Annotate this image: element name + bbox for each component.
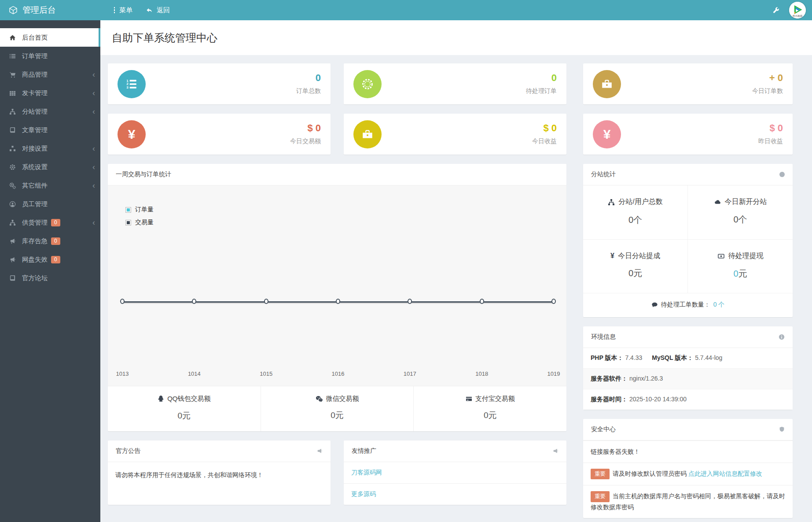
content-body: 123 0 订单总数 0 待处理订单 [100,55,812,518]
sidebar-item-orders[interactable]: 订单管理 [0,47,100,65]
left-column: 123 0 订单总数 0 待处理订单 [108,63,566,518]
sidebar-item-components[interactable]: 其它组件 ‹ [0,176,100,195]
legend-item-orders[interactable]: 订单量 [125,206,154,214]
chart-marker[interactable] [336,299,340,304]
security-config-link[interactable]: 点此进入网站信息配置修改 [688,470,762,477]
environment-rows: PHP 版本：7.4.33 MySQL 版本：5.7.44-log 服务器软件：… [583,348,793,410]
chart-marker[interactable] [264,299,268,304]
substation-cell-total: 分站/用户总数 0个 [583,185,688,240]
topnav: 菜单 返回 [107,0,176,20]
friend-promo-panel: 友情推广 刀客源码网 更多源码 [344,441,566,505]
comment-icon [651,302,658,308]
wallet-label: QQ钱包交易额 [167,395,210,403]
env-row-server-software: 服务器软件：nginx/1.26.3 [583,369,793,389]
security-alert-text: 链接服务器失败！ [591,448,640,455]
sidebar-item-staff[interactable]: 员工管理 [0,195,100,213]
environment-title: 环境信息 [591,333,616,341]
sidebar-item-label: 供货管理 [22,218,48,227]
sidebar-item-label: 员工管理 [22,200,48,208]
sidebar-item-disk-invalid[interactable]: 网盘失效 0 [0,250,100,269]
legend-label: 订单量 [135,206,154,214]
substation-cell-new-today: 今日新开分站 0个 [688,185,793,240]
page-title: 自助下单系统管理中心 [112,31,217,45]
chart-marker[interactable] [551,299,556,304]
promo-link-daoke[interactable]: 刀客源码网 [351,469,382,476]
certificate-icon [353,70,382,98]
wallet-value: 0元 [414,410,566,421]
wallet-value: 0元 [261,410,414,421]
chart-marker[interactable] [192,299,196,304]
sidebar-item-cards[interactable]: 发卡管理 ‹ [0,84,100,102]
stat-label: 今日订单数 [752,87,783,95]
brand-logo[interactable]: 管理后台 [0,0,100,20]
important-badge: 重要 [591,491,610,502]
chart-x-axis-labels: 1013 1014 1015 1016 1017 1018 1019 [122,370,554,377]
menu-toggle-button[interactable]: 菜单 [107,0,139,20]
environment-panel: 环境信息 PHP 版本：7.4.33 MySQL 版本：5.7.44-log 服… [583,326,793,410]
info-icon [779,334,785,340]
book-icon [9,275,16,281]
substation-cell-label: 今日分站提成 [618,252,660,261]
sidebar-item-products[interactable]: 商品管理 ‹ [0,65,100,84]
cube-icon [9,6,18,15]
notice-title: 官方公告 [116,447,140,455]
stat-row-2: ¥ $ 0 今日交易额 $ 0 今日收益 [108,114,566,155]
sidebar-item-articles[interactable]: 文章管理 [0,121,100,139]
substation-cell-value: 0元 [688,268,793,280]
circle-icon [779,172,785,177]
chart-marker[interactable] [120,299,125,304]
wrench-icon[interactable] [772,7,779,14]
legend-item-trades[interactable]: 交易量 [125,218,154,226]
substation-cell-label: 待处理提现 [728,252,764,261]
user-avatar[interactable]: 腾讯视频 [789,2,806,19]
reply-arrow-icon [146,7,153,14]
env-key: PHP 版本： [591,354,623,361]
stat-card-orders-total: 123 0 订单总数 [108,63,331,104]
substation-title: 分站统计 [591,170,616,178]
chevron-left-icon: ‹ [92,144,95,152]
substation-cell-value: 0个 [583,214,687,226]
sitemap-icon [9,108,16,115]
yen-icon: ¥ [118,120,146,148]
bullhorn-icon [9,256,16,263]
env-row-php-mysql: PHP 版本：7.4.33 MySQL 版本：5.7.44-log [583,348,793,369]
back-button[interactable]: 返回 [139,0,176,20]
sidebar-item-forum[interactable]: 官方论坛 [0,269,100,287]
substation-cell-label: 今日新开分站 [725,197,767,207]
stat-value: + 0 [752,73,783,83]
sidebar-item-home[interactable]: 后台首页 [0,28,100,47]
substation-cell-commission: ¥ 今日分站提成 0元 [583,240,688,293]
sidebar-item-label: 系统设置 [22,163,48,171]
env-value: 7.4.33 [625,354,642,361]
bullhorn-icon [9,238,16,244]
chevron-left-icon: ‹ [92,181,95,189]
security-password-row: 重要请及时修改默认管理员密码 点此进入网站信息配置修改 [583,463,793,485]
env-key: 服务器软件： [591,375,628,382]
stat-card-pending-orders: 0 待处理订单 [344,63,566,104]
stat-label: 今日交易额 [290,137,321,145]
env-value: 2025-10-20 14:39:00 [629,396,687,403]
wechat-wallet-cell: 微信交易额 0元 [261,386,414,431]
chart-marker[interactable] [408,299,412,304]
sidebar-item-settings[interactable]: 系统设置 ‹ [0,158,100,176]
security-db-text: 当前主机的数据库用户名与密码相同，极易被黑客破解，请及时修改数据库密码 [591,492,785,511]
sidebar-item-stock-alert[interactable]: 库存告急 0 [0,232,100,250]
stat-label: 待处理订单 [526,87,557,95]
promo-link-more[interactable]: 更多源码 [351,490,376,497]
qq-icon [158,395,164,403]
sidebar-item-label: 订单管理 [22,52,48,60]
sidebar-item-substations[interactable]: 分站管理 ‹ [0,102,100,121]
count-badge: 0 [51,237,60,245]
sidebar-item-label: 其它组件 [22,181,48,190]
sidebar-item-suppliers[interactable]: 供货管理 0 ‹ [0,213,100,232]
sidebar-item-label: 后台首页 [22,33,48,42]
count-badge: 0 [51,256,60,263]
stat-row-1: 123 0 订单总数 0 待处理订单 [108,63,566,104]
legend-swatch [125,207,131,213]
sidebar-item-integration[interactable]: 对接设置 ‹ [0,139,100,158]
official-notice-panel: 官方公告 请勿将本程序用于任何违规场景，共创和谐网络环境！ [108,441,331,505]
chart-marker[interactable] [480,299,484,304]
cart-icon [9,71,16,78]
sidebar-item-label: 库存告急 [22,237,48,245]
alipay-wallet-cell: 支付宝交易额 0元 [414,386,566,431]
